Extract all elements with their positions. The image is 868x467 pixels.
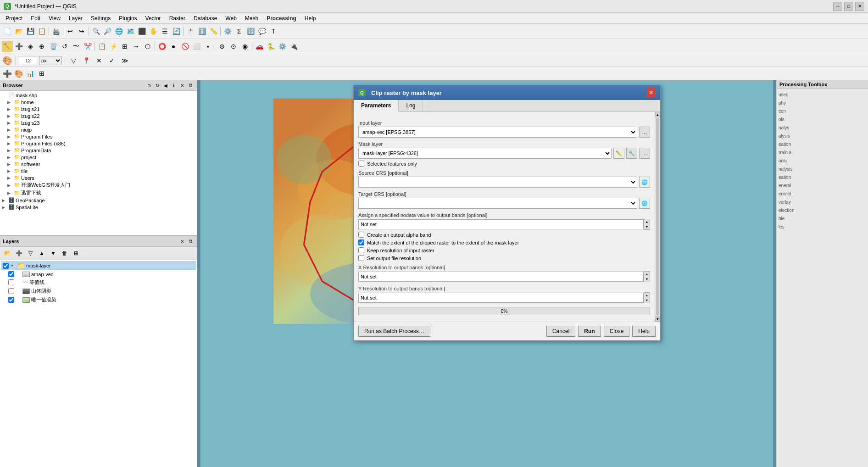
create-alpha-check[interactable] — [358, 232, 364, 238]
mask-edit-btn[interactable]: ✏️ — [613, 148, 624, 159]
vertex-tool-button[interactable]: ◈ — [25, 41, 36, 52]
toolbox-item[interactable]: nalys — [779, 124, 866, 132]
browser-item-lzugis22[interactable]: ▶ 📁 lzugis22 — [1, 112, 196, 119]
layer-style-btn[interactable]: 🎨 — [13, 68, 24, 79]
menu-project[interactable]: Project — [2, 14, 26, 22]
close-button[interactable]: Close — [604, 326, 630, 337]
fill-ring-button[interactable]: ● — [168, 41, 179, 52]
mask-tool-btn[interactable]: 🔧 — [626, 148, 637, 159]
layer-item-unique-render[interactable]: 唯一值渲染 — [1, 295, 196, 304]
layer-props-btn[interactable]: ⊞ — [71, 248, 82, 259]
toolbox-item[interactable]: les — [779, 223, 866, 231]
macros-btn[interactable]: ⚙️ — [277, 41, 288, 52]
move-up-btn[interactable]: ▲ — [36, 248, 47, 259]
add-feature-button[interactable]: ➕ — [13, 41, 24, 52]
plugin-btn[interactable]: 🔌 — [288, 41, 299, 52]
remove-layer-btn[interactable]: 🗑 — [59, 248, 70, 259]
browser-item-softwear[interactable]: ▶ 📁 softwear — [1, 161, 196, 167]
target-crs-select[interactable] — [358, 198, 637, 209]
toolbox-item[interactable]: eation — [779, 173, 866, 182]
scroll-up-btn[interactable]: ▲ — [655, 112, 660, 117]
color-button[interactable]: 🎨 — [2, 55, 13, 66]
menu-processing[interactable]: Processing — [263, 14, 300, 22]
zoom-out-button[interactable]: 🔎 — [102, 26, 113, 37]
browser-close-btn[interactable]: ✕ — [178, 82, 186, 89]
layer-check-hillshade[interactable] — [8, 288, 14, 294]
set-output-resolution-check[interactable] — [358, 255, 364, 261]
toolbox-item[interactable]: phy — [779, 99, 866, 107]
filter-btn[interactable]: ▽ — [68, 55, 79, 66]
cancel-edit-btn[interactable]: ✕ — [94, 55, 105, 66]
pan-button[interactable]: ✋ — [148, 26, 159, 37]
digitize-btn2[interactable]: ⊙ — [228, 41, 239, 52]
font-size-input[interactable]: 12 — [19, 56, 37, 65]
map-canvas[interactable]: Q Clip raster by mask layer ✕ Parameters… — [197, 80, 776, 467]
toolbox-item[interactable]: ols — [779, 116, 866, 124]
browser-item-program-files-x86[interactable]: ▶ 📁 Program Files (x86) — [1, 140, 196, 147]
layer-attr-btn[interactable]: ⊞ — [36, 68, 47, 79]
remove-ring-button[interactable]: 🚫 — [179, 41, 190, 52]
add-ring-button[interactable]: ⭕ — [156, 41, 167, 52]
refresh-button[interactable]: 🔄 — [171, 26, 182, 37]
locate-btn[interactable]: 📍 — [81, 55, 92, 66]
undo-button[interactable]: ↩ — [65, 26, 76, 37]
move-feature-button[interactable]: ⊕ — [36, 41, 47, 52]
toolbox-item[interactable]: used — [779, 91, 866, 99]
toolbox-item[interactable]: eomet — [779, 190, 866, 198]
menu-mesh[interactable]: Mesh — [241, 14, 262, 22]
confirm-edit-btn[interactable]: ✓ — [106, 55, 117, 66]
reshape-button[interactable]: ⬡ — [142, 41, 153, 52]
minimize-button[interactable]: ─ — [833, 2, 842, 11]
x-res-up[interactable]: ▲ — [644, 272, 650, 277]
layer-check-amap[interactable] — [8, 271, 14, 277]
save-as-button[interactable]: 📋 — [36, 26, 47, 37]
source-crs-btn[interactable]: 🌐 — [639, 177, 650, 188]
select-button[interactable]: 🖱️ — [185, 26, 196, 37]
menu-view[interactable]: View — [45, 14, 64, 22]
remove-part-button[interactable]: ▪ — [202, 41, 213, 52]
run-button[interactable]: Run — [578, 326, 601, 337]
browser-refresh-btn[interactable]: ↻ — [154, 82, 161, 89]
zoom-in-button[interactable]: 🔍 — [90, 26, 101, 37]
toolbox-item[interactable]: eneral — [779, 182, 866, 190]
batch-process-button[interactable]: Run as Batch Process… — [358, 326, 430, 337]
x-res-down[interactable]: ▼ — [644, 277, 650, 282]
tab-parameters[interactable]: Parameters — [354, 100, 399, 112]
add-layer-btn[interactable]: ➕ — [13, 248, 24, 259]
menu-web[interactable]: Web — [222, 14, 240, 22]
toolbox-item[interactable]: ools — [779, 157, 866, 165]
zoom-layer-button[interactable]: 🗺️ — [125, 26, 136, 37]
pan-selection-button[interactable]: ☰ — [159, 26, 170, 37]
move-down-btn[interactable]: ▼ — [48, 248, 59, 259]
layer-check-contour[interactable] — [8, 279, 14, 285]
toolbox-item[interactable]: alysis — [779, 132, 866, 140]
toolbox-item[interactable]: eation — [779, 140, 866, 149]
menu-layer[interactable]: Layer — [65, 14, 86, 22]
window-controls[interactable]: ─ □ ✕ — [833, 2, 864, 11]
measure-button[interactable]: 📏 — [208, 26, 219, 37]
filter-layer-btn[interactable]: ▽ — [25, 248, 36, 259]
layer-check-unique[interactable] — [8, 297, 14, 303]
browser-item-webgis[interactable]: ▶ 📁 开源WebGIS开发入门 — [1, 181, 196, 189]
layers-close-btn[interactable]: ✕ — [178, 238, 186, 245]
cancel-button[interactable]: Cancel — [546, 326, 575, 337]
offset-button[interactable]: ↔ — [131, 41, 142, 52]
cut-button[interactable]: ✂️ — [82, 41, 93, 52]
font-unit-select[interactable]: px — [39, 56, 62, 65]
toolbox-item[interactable]: tion — [779, 107, 866, 116]
browser-item-lzugis21[interactable]: ▶ 📁 lzugis21 — [1, 106, 196, 112]
nodata-down[interactable]: ▼ — [644, 224, 650, 229]
menu-database[interactable]: Database — [190, 14, 221, 22]
layer-check-mask[interactable] — [3, 263, 9, 269]
open-layer-btn[interactable]: 📂 — [2, 248, 13, 259]
toolbox-item[interactable]: election — [779, 206, 866, 215]
calc-button[interactable]: 🔢 — [245, 26, 256, 37]
identify-button[interactable]: ℹ️ — [196, 26, 207, 37]
layer-item-hillshade[interactable]: 山体阴影 — [1, 287, 196, 295]
nodata-input[interactable]: Not set — [358, 219, 644, 229]
keep-resolution-check[interactable] — [358, 247, 364, 253]
browser-item-lzugis23[interactable]: ▶ 📁 lzugis23 — [1, 119, 196, 126]
help-button[interactable]: Help — [632, 326, 656, 337]
save-project-button[interactable]: 💾 — [25, 26, 36, 37]
menu-help[interactable]: Help — [301, 14, 320, 22]
